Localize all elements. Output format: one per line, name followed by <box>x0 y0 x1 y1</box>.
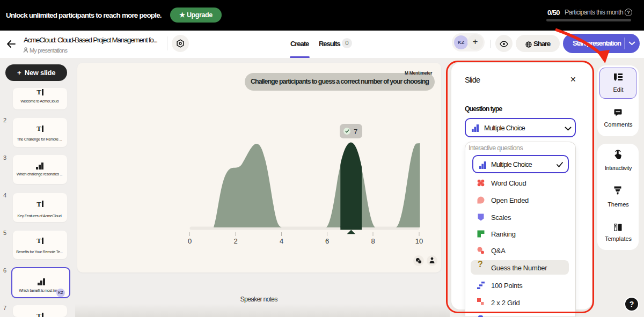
svg-text:6: 6 <box>325 237 329 245</box>
svg-text:4: 4 <box>280 237 283 245</box>
svg-text:2: 2 <box>233 237 237 245</box>
svg-text:8: 8 <box>371 237 375 245</box>
svg-text:10: 10 <box>415 237 423 245</box>
svg-text:0: 0 <box>188 237 192 245</box>
